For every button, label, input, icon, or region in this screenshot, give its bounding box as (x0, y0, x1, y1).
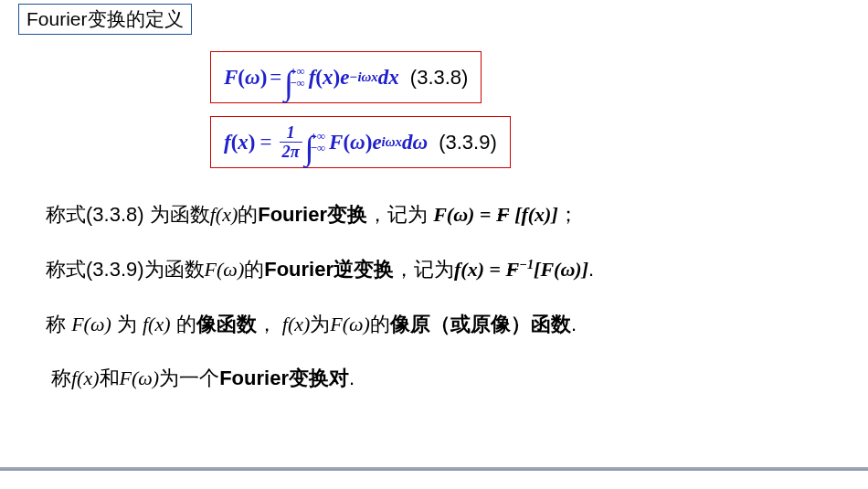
title-text: Fourier变换的定义 (26, 8, 184, 29)
line-3: 称 F(ω) 为 f(x) 的像函数， f(x)为F(ω)的像原（或原像）函数. (46, 305, 822, 344)
title-box: Fourier变换的定义 (18, 4, 192, 35)
formula-338: F(ω) = ∫+∞−∞ f(x)e−iωxdx (3.3.8) (210, 51, 482, 103)
line-1: 称式(3.3.8) 为函数f(x)的Fourier变换，记为 F(ω) = F … (46, 196, 822, 234)
body-text: 称式(3.3.8) 为函数f(x)的Fourier变换，记为 F(ω) = F … (46, 196, 822, 398)
formula-339: f(x) = 12π ∫+∞−∞ F(ω)eiωxdω (3.3.9) (210, 116, 511, 168)
formula-row-1: F(ω) = ∫+∞−∞ f(x)e−iωxdx (3.3.8) (210, 51, 868, 103)
line-4: 称f(x)和F(ω)为一个Fourier变换对. (51, 359, 822, 398)
script-f-icon: F (496, 196, 510, 234)
footer-divider (0, 467, 868, 471)
script-f-inverse-icon: F (506, 250, 520, 289)
eq2-number: (3.3.9) (439, 131, 497, 154)
formula-row-2: f(x) = 12π ∫+∞−∞ F(ω)eiωxdω (3.3.9) (210, 116, 868, 168)
line-2: 称式(3.3.9)为函数F(ω)的Fourier逆变换，记为f(x) = F−1… (46, 250, 822, 289)
formula-block: F(ω) = ∫+∞−∞ f(x)e−iωxdx (3.3.8) f(x) = … (0, 51, 868, 168)
eq1-number: (3.3.8) (410, 66, 469, 90)
